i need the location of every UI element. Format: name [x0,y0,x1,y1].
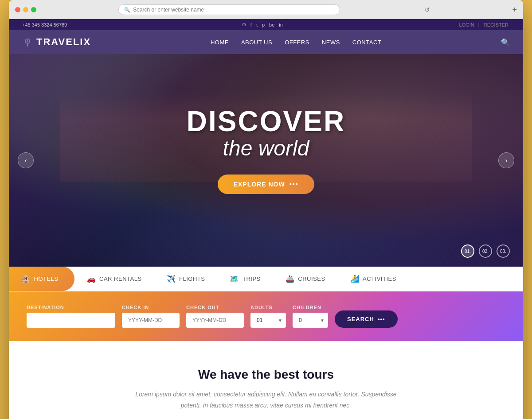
children-select-wrapper: 0 1 2 3 ▼ [293,313,328,328]
hero-title-main: DISCOVER [9,107,523,136]
car-rentals-icon: 🚗 [87,275,96,283]
search-btn-label: SEARCH [347,316,374,322]
children-select[interactable]: 0 1 2 3 [293,313,328,328]
tab-flights-label: FLIGHTS [179,275,205,282]
top-bar: +45 345 3324 56789 ⊙ f t p be in LOGIN |… [9,19,523,30]
search-form-bar: DESTINATION CHECK IN CHECK OUT ADULTS 01… [9,291,523,341]
checkin-label: CHECK IN [122,305,180,310]
svg-point-1 [27,40,28,42]
hotels-icon: 🏨 [21,275,31,283]
destination-label: DESTINATION [27,305,115,310]
social-linkedin-icon[interactable]: in [279,22,283,27]
close-button[interactable] [15,7,20,12]
destination-input[interactable] [27,313,115,328]
adults-select[interactable]: 01 02 03 04 [250,313,286,328]
hero-content: DISCOVER the world EXPLORE NOW ••• [9,54,523,194]
hero-title-sub: the world [9,136,523,161]
nav-search-icon[interactable]: 🔍 [501,38,510,47]
nav-contact[interactable]: CONTACT [352,39,381,46]
url-input[interactable] [133,7,334,13]
tab-activities-label: ACTIVITIES [363,275,396,282]
explore-btn-dots: ••• [289,181,299,188]
website-content: +45 345 3324 56789 ⊙ f t p be in LOGIN |… [9,19,523,419]
tab-hotels-label: HOTELS [34,275,59,282]
nav-offers[interactable]: OFFERS [285,39,309,46]
slide-indicators: 01. 02. 03. [461,244,510,258]
search-button[interactable]: SEARCH ••• [335,310,398,328]
auth-links: LOGIN | REGISTER [458,22,510,27]
social-behance-icon[interactable]: be [269,22,274,27]
checkin-input[interactable] [122,313,180,328]
hero-section: ‹ › DISCOVER the world EXPLORE NOW ••• 0… [9,54,523,267]
tab-car-rentals[interactable]: 🚗 CAR RENTALS [74,267,154,291]
tab-trips-label: TRIPS [243,275,261,282]
checkin-group: CHECK IN [122,305,180,328]
browser-dots [15,7,36,12]
adults-label: ADULTS [250,305,286,310]
booking-tabs: 🏨 HOTELS 🚗 CAR RENTALS ✈️ FLIGHTS 🗺️ TRI… [9,267,523,291]
new-tab-button[interactable]: + [512,5,517,15]
checkout-group: CHECK OUT [186,305,244,328]
search-btn-dots: ••• [378,316,385,322]
tours-section-subtitle: Lorem ipsum dolor sit amet, consectetur … [133,389,399,411]
checkout-input[interactable] [186,313,244,328]
minimize-button[interactable] [23,7,28,12]
destination-group: DESTINATION [27,305,115,328]
nav-about[interactable]: ABOUT US [241,39,272,46]
search-icon: 🔍 [124,7,130,13]
social-twitter-icon[interactable]: t [256,22,258,27]
activities-icon: 🏄 [350,275,360,283]
social-icons: ⊙ f t p be in [242,22,283,27]
tours-section-title: We have the best tours [27,368,505,382]
nav-news[interactable]: NEWS [322,39,340,46]
tab-activities[interactable]: 🏄 ACTIVITIES [338,267,409,291]
children-group: CHILDREN 0 1 2 3 ▼ [293,305,328,328]
tab-cruises[interactable]: 🚢 CRUISES [273,267,338,291]
browser-chrome: 🔍 ↺ + [9,0,523,19]
logo-text: TRAVELIX [36,36,91,48]
social-circle-icon[interactable]: ⊙ [242,22,246,27]
social-pinterest-icon[interactable]: p [262,22,265,27]
social-facebook-icon[interactable]: f [250,22,252,27]
tab-car-rentals-label: CAR RENTALS [99,275,142,282]
tours-section: We have the best tours Lorem ipsum dolor… [9,341,523,419]
cruises-icon: 🚢 [286,275,295,283]
slide-indicator-3[interactable]: 03. [497,244,510,258]
address-bar[interactable]: 🔍 [118,4,340,15]
phone-number: +45 345 3324 56789 [22,22,67,27]
trips-icon: 🗺️ [230,275,239,283]
tab-hotels[interactable]: 🏨 HOTELS [9,267,74,291]
tab-cruises-label: CRUISES [298,275,325,282]
explore-now-button[interactable]: EXPLORE NOW ••• [218,175,315,194]
children-label: CHILDREN [293,305,328,310]
tab-flights[interactable]: ✈️ FLIGHTS [154,267,218,291]
logo-icon [22,37,33,47]
logo[interactable]: TRAVELIX [22,36,91,48]
reload-button[interactable]: ↺ [425,6,430,13]
checkout-label: CHECK OUT [186,305,244,310]
tab-trips[interactable]: 🗺️ TRIPS [217,267,273,291]
explore-btn-label: EXPLORE NOW [234,181,285,188]
login-link[interactable]: LOGIN [459,22,474,27]
nav-links: HOME ABOUT US OFFERS NEWS CONTACT [211,38,381,46]
adults-select-wrapper: 01 02 03 04 ▼ [250,313,286,328]
slide-indicator-1[interactable]: 01. [461,244,474,258]
auth-separator: | [478,22,480,27]
nav-home[interactable]: HOME [211,39,229,46]
register-link[interactable]: REGISTER [484,22,509,27]
maximize-button[interactable] [31,7,36,12]
main-nav: TRAVELIX HOME ABOUT US OFFERS NEWS CONTA… [9,30,523,54]
flights-icon: ✈️ [167,275,176,283]
browser-window: 🔍 ↺ + +45 345 3324 56789 ⊙ f t p be in L… [9,0,523,419]
adults-group: ADULTS 01 02 03 04 ▼ [250,305,286,328]
slide-indicator-2[interactable]: 02. [479,244,492,258]
